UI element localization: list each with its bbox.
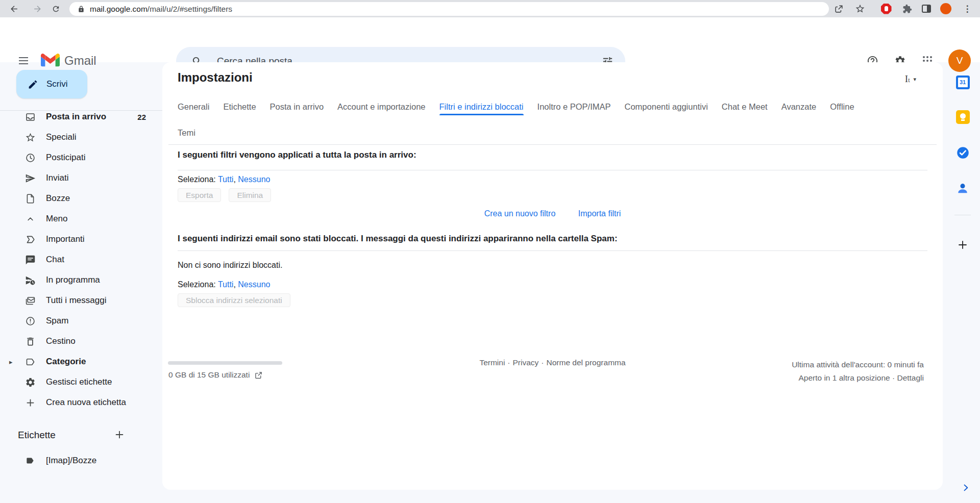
unblock-selected-button[interactable]: Sblocca indirizzi selezionati [178, 293, 290, 307]
external-link-icon[interactable] [254, 371, 263, 380]
blocked-buttons-row: Sblocca indirizzi selezionati [178, 293, 290, 307]
sidebar-item-meno[interactable]: Meno [0, 209, 162, 229]
sidebar-item-in-programma[interactable]: In programma [0, 270, 162, 290]
url-bar[interactable]: mail.google.com/mail/u/2/#settings/filte… [69, 2, 829, 16]
sidebar-item-speciali[interactable]: Speciali [0, 127, 162, 147]
select-all-link[interactable]: Tutti [218, 280, 234, 289]
account-activity: Ultima attività dell'account: 0 minuti f… [792, 358, 924, 385]
collapse-side-panel-button[interactable] [957, 479, 975, 497]
terms-link[interactable]: Termini [479, 358, 505, 367]
delete-button[interactable]: Elimina [229, 188, 271, 202]
tab-account-e-importazione[interactable]: Account e importazione [337, 98, 425, 115]
sidebar-item-posticipati[interactable]: Posticipati [0, 147, 162, 168]
tasks-button[interactable] [951, 141, 974, 164]
forward-arrow-icon [33, 4, 42, 14]
side-panel: 31 [945, 62, 980, 503]
tab-inoltro-e-pop-imap[interactable]: Inoltro e POP/IMAP [537, 98, 611, 115]
settings-panel: Impostazioni It ▾ Generali Etichette Pos… [162, 62, 943, 490]
expand-arrow-icon[interactable]: ▸ [9, 358, 13, 366]
sidebar: Scrivi Posta in arrivo 22 Speciali Posti… [0, 62, 162, 503]
sidebar-item-tutti-i-messaggi[interactable]: Tutti i messaggi [0, 290, 162, 311]
filter-actions: Crea un nuovo filtro Importa filtri [162, 209, 943, 218]
kebab-menu-icon: ⋮ [963, 4, 972, 14]
tab-generali[interactable]: Generali [178, 98, 209, 115]
sidebar-item-label: Gestisci etichette [46, 377, 112, 387]
create-filter-link[interactable]: Crea un nuovo filtro [484, 209, 556, 218]
separator: , [233, 280, 235, 289]
panel-divider [954, 215, 971, 215]
tab-chat-e-meet[interactable]: Chat e Meet [722, 98, 768, 115]
browser-profile-button[interactable] [938, 2, 953, 16]
input-tools-selector[interactable]: It ▾ [905, 73, 916, 85]
sidebar-item-label: Speciali [46, 132, 77, 142]
plus-icon [114, 429, 125, 440]
select-none-link[interactable]: Nessuno [238, 175, 270, 184]
forward-button[interactable] [30, 2, 45, 16]
details-link[interactable]: Dettagli [897, 373, 924, 382]
input-tools-icon: It [905, 73, 910, 85]
reload-icon [52, 5, 60, 13]
divider [178, 250, 927, 251]
sidebar-item-label: Chat [46, 255, 64, 265]
tab-filtri-e-indirizzi-bloccati[interactable]: Filtri e indirizzi bloccati [439, 98, 524, 115]
tab-avanzate[interactable]: Avanzate [781, 98, 817, 115]
chevron-up-icon [24, 213, 36, 224]
sidebar-item-label: Posticipati [46, 153, 85, 163]
contacts-icon [956, 182, 969, 195]
star-icon [24, 132, 36, 143]
sidebar-item-categorie[interactable]: ▸ Categorie [0, 351, 162, 372]
reload-button[interactable] [48, 2, 63, 16]
contacts-button[interactable] [951, 177, 974, 199]
export-button[interactable]: Esporta [178, 188, 221, 202]
back-button[interactable] [6, 2, 21, 16]
get-addons-button[interactable] [951, 234, 974, 256]
no-blocked-addresses-text: Non ci sono indirizzi bloccati. [178, 261, 282, 270]
sidebar-label-imap-bozze[interactable]: [Imap]/Bozze [0, 451, 162, 470]
tab-offline[interactable]: Offline [830, 98, 854, 115]
sidebar-item-bozze[interactable]: Bozze [0, 188, 162, 209]
sidebar-item-importanti[interactable]: Importanti [0, 229, 162, 249]
keep-button[interactable] [951, 106, 974, 128]
url-path: /mail/u/2/#settings/filters [148, 5, 232, 14]
extensions-button[interactable] [899, 2, 915, 16]
create-label-button[interactable] [110, 425, 129, 444]
gmail-header: Gmail V [0, 17, 980, 62]
select-none-link[interactable]: Nessuno [238, 280, 270, 289]
adblock-extension-button[interactable] [878, 2, 894, 16]
import-filters-link[interactable]: Importa filtri [578, 209, 621, 218]
bookmark-button[interactable] [852, 2, 868, 16]
send-icon [24, 172, 36, 184]
privacy-link[interactable]: Privacy [513, 358, 539, 367]
browser-avatar [940, 3, 951, 14]
calendar-icon: 31 [956, 76, 970, 89]
share-icon [834, 4, 844, 14]
calendar-button[interactable]: 31 [951, 71, 974, 93]
sidebar-item-label: Meno [46, 214, 68, 224]
program-policies-link[interactable]: Norme del programma [547, 358, 626, 367]
plus-icon [957, 239, 969, 251]
share-button[interactable] [831, 2, 846, 16]
sidebar-item-crea-nuova-etichetta[interactable]: Crea nuova etichetta [0, 392, 162, 413]
sidebar-item-label: Inviati [46, 173, 68, 183]
tab-posta-in-arrivo[interactable]: Posta in arrivo [270, 98, 324, 115]
select-all-link[interactable]: Tutti [218, 175, 234, 184]
sidebar-item-spam[interactable]: Spam [0, 311, 162, 331]
tab-componenti-aggiuntivi[interactable]: Componenti aggiuntivi [625, 98, 708, 115]
sidebar-item-cestino[interactable]: Cestino [0, 331, 162, 351]
tab-etichette[interactable]: Etichette [223, 98, 256, 115]
side-panel-button[interactable] [919, 2, 934, 16]
settings-tabs-row-2: Temi [178, 124, 195, 141]
filters-select-row: Seleziona: Tutti, Nessuno [178, 175, 270, 184]
sidebar-item-gestisci-etichette[interactable]: Gestisci etichette [0, 372, 162, 392]
sidebar-item-inviati[interactable]: Inviati [0, 168, 162, 188]
sidebar-item-label: Bozze [46, 193, 70, 204]
labels-header-title: Etichette [18, 430, 56, 441]
compose-button[interactable]: Scrivi [16, 70, 87, 98]
sidebar-item-label: Posta in arrivo [46, 112, 106, 122]
labels-header: Etichette [18, 427, 150, 443]
tab-temi[interactable]: Temi [178, 124, 195, 141]
browser-menu-button[interactable]: ⋮ [960, 2, 975, 16]
lock-icon [78, 6, 85, 13]
sidebar-item-posta-in-arrivo[interactable]: Posta in arrivo 22 [0, 110, 162, 127]
sidebar-item-chat[interactable]: Chat [0, 249, 162, 270]
